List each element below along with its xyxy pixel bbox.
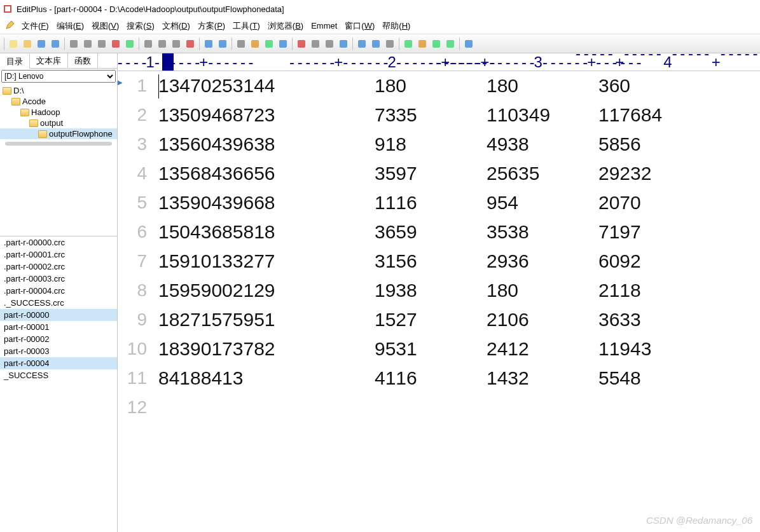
tree-item[interactable]: output [0,118,117,128]
menu-D[interactable]: 文档(D) [158,20,194,32]
help-icon[interactable] [462,38,475,50]
svg-rect-8 [98,40,106,48]
window3-icon[interactable] [430,38,443,50]
text-line[interactable]: 10183901737829531241211943 [118,334,760,364]
svg-rect-3 [24,40,31,48]
line-number: 4 [118,163,153,184]
text-line[interactable]: 51359043966811169542070 [118,188,760,217]
tree-item[interactable]: Hadoop [0,107,117,118]
menu-S[interactable]: 搜索(S) [123,20,158,32]
tree-item[interactable]: outputFlowphone [0,128,117,139]
goto-icon[interactable] [263,38,275,50]
file-item[interactable]: part-r-00001 [0,321,117,333]
text-line[interactable]: 81595900212919381802118 [118,276,760,305]
columns-icon[interactable] [370,38,382,50]
menu-H[interactable]: 帮助(H) [378,20,414,32]
text-line[interactable]: 615043685818365935387197 [118,217,760,247]
line-number: 5 [118,193,153,213]
file-item[interactable]: .part-r-00004.crc [0,285,117,297]
tab-directory[interactable]: 目录 [0,54,30,69]
file-item[interactable]: .part-r-00002.crc [0,261,117,273]
menu-W[interactable]: 窗口(W) [341,20,378,32]
text-area[interactable]: 1134702531441801803602135094687237335110… [118,71,760,532]
font-a-icon[interactable] [295,38,308,50]
text-line[interactable]: 1184188413411614325548 [118,364,760,393]
main-area: 目录 文本库 函数 [D:] Lenovo D:\AcodeHadoopoutp… [0,53,760,532]
text-line[interactable]: 113470253144180180360 [118,71,760,100]
refresh-icon[interactable] [123,38,136,50]
col-2: 918 [375,133,487,155]
col-3: 4938 [487,133,598,155]
save-icon[interactable] [35,38,48,50]
menu-B[interactable]: 浏览器(B) [264,20,307,32]
menu-T[interactable]: 工具(T) [229,20,264,32]
saveall-icon[interactable] [49,38,62,50]
open-icon[interactable] [21,38,34,50]
file-item[interactable]: .part-r-00001.crc [0,249,117,261]
svg-rect-12 [158,40,166,48]
file-item[interactable]: _SUCCESS [0,369,117,381]
text-line[interactable]: 12 [118,393,760,422]
tab-functions[interactable]: 函数 [68,53,98,68]
replace-icon[interactable] [249,38,261,50]
svg-rect-9 [112,40,120,48]
window4-icon[interactable] [444,38,457,50]
svg-rect-30 [432,40,440,48]
print-icon[interactable] [81,38,94,50]
folder-icon [11,98,20,106]
col-4: 5856 [598,133,760,155]
text-line[interactable]: 918271575951152721063633 [118,305,760,334]
col-3: 954 [487,192,598,214]
find-icon[interactable] [235,38,247,50]
copy-icon[interactable] [156,38,169,50]
file-item[interactable]: part-r-00003 [0,345,117,357]
cut-icon[interactable] [142,38,155,50]
text-line[interactable]: 41356843665635972563529232 [118,159,760,188]
drive-select[interactable]: [D:] Lenovo [1,70,116,83]
linenum-icon[interactable] [356,38,368,50]
redo-icon[interactable] [216,38,229,50]
svg-rect-23 [326,40,333,48]
file-list[interactable]: .part-r-00000.crc.part-r-00001.crc.part-… [0,236,117,532]
file-item[interactable]: ._SUCCESS.crc [0,297,117,309]
text-line[interactable]: 31356043963891849385856 [118,130,760,159]
tab-cliplib[interactable]: 文本库 [30,53,68,68]
tree-item[interactable]: Acode [0,96,117,107]
file-item[interactable]: part-r-00002 [0,333,117,345]
paste-icon[interactable] [170,38,183,50]
text-line[interactable]: 715910133277315629366092 [118,247,760,276]
menu-E[interactable]: 编辑(E) [53,20,88,32]
tree-item[interactable]: D:\ [0,85,117,96]
svg-rect-16 [219,40,226,48]
gear-icon[interactable] [383,38,396,50]
spell-icon[interactable] [109,38,122,50]
preview-icon[interactable] [95,38,108,50]
hex-icon[interactable] [309,38,322,50]
tree-scrollbar[interactable] [5,142,112,146]
svg-rect-26 [372,40,380,48]
menu-F[interactable]: 文件(F) [18,20,53,32]
indent-icon[interactable] [277,38,289,50]
undo-icon[interactable] [202,38,215,50]
line-number: 11 [118,368,153,388]
menu-V[interactable]: 视图(V) [88,20,123,32]
menu-Emmet[interactable]: Emmet [307,20,341,32]
file-item[interactable]: .part-r-00000.crc [0,236,117,249]
window1-icon[interactable] [402,38,415,50]
hx-icon[interactable] [323,38,336,50]
svg-rect-24 [340,40,347,48]
window2-icon[interactable] [416,38,429,50]
file-item[interactable]: part-r-00004 [0,357,117,369]
wrap-icon[interactable] [337,38,350,50]
menu-P[interactable]: 方案(P) [194,20,229,32]
copy-icon[interactable] [67,38,80,50]
text-line[interactable]: 2135094687237335110349117684 [118,100,760,130]
tree-label: outputFlowphone [49,129,113,139]
file-item[interactable]: .part-r-00003.crc [0,273,117,285]
col-4: 29232 [598,163,760,184]
folder-tree[interactable]: D:\AcodeHadoopoutputoutputFlowphone [0,84,117,236]
col-3: 180 [487,280,598,301]
delete-icon[interactable] [184,38,197,50]
new-icon[interactable] [7,38,20,50]
file-item[interactable]: part-r-00000 [0,309,117,321]
